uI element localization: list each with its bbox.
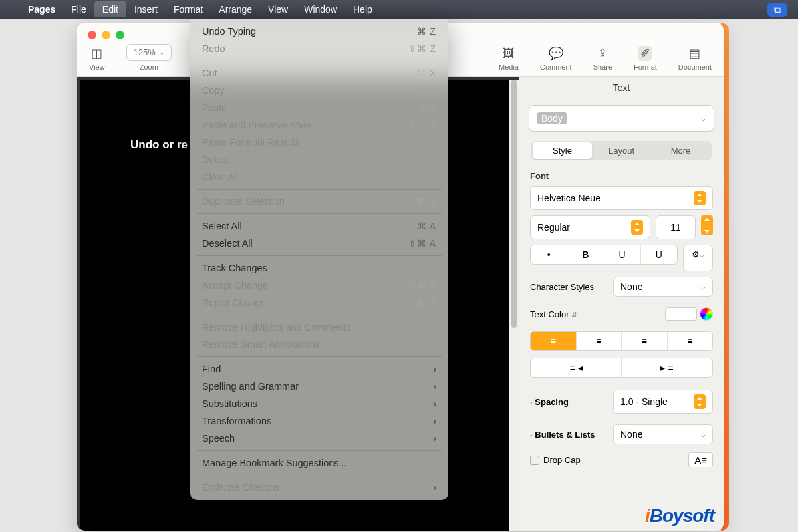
submenu-arrow-icon: › [433, 364, 436, 374]
underline-button[interactable]: U [604, 245, 641, 264]
tool-document[interactable]: ▤Document [678, 46, 712, 71]
tab-more[interactable]: More [651, 142, 710, 159]
menu-edit[interactable]: Edit [94, 1, 126, 17]
screen-share-icon[interactable]: ⧉ [767, 3, 787, 17]
menu-item-select-all[interactable]: Select All⌘ A [190, 217, 448, 235]
color-box[interactable] [665, 307, 697, 321]
menu-item-manage-bookmark-suggestions[interactable]: Manage Bookmark Suggestions... [190, 454, 448, 471]
bullets-label[interactable]: › Bullets & Lists [530, 430, 595, 440]
tab-style[interactable]: Style [533, 142, 592, 159]
tool-format[interactable]: ✐Format [634, 46, 657, 71]
tab-layout[interactable]: Layout [592, 142, 651, 159]
outdent-button[interactable]: ≡ ◂ [531, 358, 622, 377]
gear-icon: ⚙ [692, 249, 700, 259]
font-family-field[interactable]: Helvetica Neue [530, 186, 713, 210]
font-size-field[interactable]: 11 [656, 215, 696, 239]
menu-separator [197, 61, 442, 61]
menu-item-clear-all: Clear All [190, 168, 448, 186]
menu-item-track-changes[interactable]: Track Changes [190, 259, 448, 277]
menu-separator [197, 356, 442, 357]
scrollbar[interactable] [509, 80, 519, 531]
sidebar-icon: ◫ [90, 46, 104, 61]
alignment-strip: ≡ ≡ ≡ ≡ [530, 331, 713, 351]
stepper-icon[interactable] [694, 394, 706, 409]
document-text: Undo or re [130, 138, 188, 151]
font-style-field[interactable]: Regular [530, 215, 650, 239]
menu-item-spelling-and-grammar[interactable]: Spelling and Grammar› [190, 378, 448, 395]
menu-format[interactable]: Format [166, 1, 211, 17]
align-right-button[interactable]: ≡ [622, 332, 668, 350]
menu-window[interactable]: Window [296, 1, 345, 17]
menu-view[interactable]: View [260, 1, 296, 17]
text-color-swatch[interactable] [665, 307, 713, 321]
brush-icon: ✐ [638, 46, 652, 61]
menu-item-speech[interactable]: Speech› [190, 430, 448, 447]
scrollbar-thumb[interactable] [511, 80, 517, 328]
paragraph-style-selector[interactable]: Body ⌵ [529, 105, 714, 132]
chevron-down-icon: ⌵ [701, 430, 706, 439]
bold-button[interactable]: B [567, 245, 604, 264]
menu-separator [197, 450, 442, 451]
align-center-button[interactable]: ≡ [577, 332, 622, 350]
menu-insert[interactable]: Insert [126, 1, 166, 17]
menu-separator [197, 255, 442, 256]
menu-item-deselect-all[interactable]: Deselect All⇧⌘ A [190, 235, 448, 252]
menu-item-paste: Paste⌘ V [190, 99, 448, 116]
dropcap-checkbox[interactable] [530, 456, 539, 465]
submenu-arrow-icon: › [433, 416, 436, 426]
submenu-arrow-icon: › [433, 381, 436, 392]
stepper-icon[interactable] [694, 191, 706, 205]
zoom-dropdown[interactable]: 125%⌵ [126, 44, 172, 61]
comment-icon: 💬 [549, 46, 563, 61]
menu-arrange[interactable]: Arrange [211, 1, 260, 17]
fullscreen-button[interactable] [116, 31, 124, 39]
tool-zoom[interactable]: 125%⌵ Zoom [126, 44, 172, 71]
spacing-field[interactable]: 1.0 - Single [613, 390, 713, 414]
dropcap-preview[interactable]: A≡ [688, 452, 713, 467]
menu-item-undo-typing[interactable]: Undo Typing⌘ Z [190, 23, 448, 40]
menu-item-duplicate-selection: Duplicate Selection⌘ D [190, 193, 448, 210]
menu-item-copy: Copy⌘ C [190, 82, 448, 99]
menu-item-accept-change: Accept Change⌥⌘ A [190, 277, 448, 294]
submenu-arrow-icon: › [433, 433, 436, 444]
menu-item-cut: Cut⌘ X [190, 65, 448, 82]
font-size-stepper[interactable] [701, 215, 713, 235]
advanced-font-button[interactable]: ⚙⌵ [683, 245, 713, 271]
text-color-label[interactable]: Text Color ⇵ [530, 309, 577, 319]
app-name[interactable]: Pages [20, 1, 63, 17]
minimize-button[interactable] [102, 31, 110, 39]
char-styles-field[interactable]: None⌵ [613, 277, 713, 297]
menu-separator [197, 213, 442, 214]
menu-item-delete: Delete [190, 151, 448, 168]
edit-dropdown-menu: Undo Typing⌘ ZRedo⇧⌘ ZCut⌘ XCopy⌘ CPaste… [190, 19, 448, 500]
menu-item-reject-change: Reject Change⌥⌘ R [190, 294, 448, 311]
spacing-label[interactable]: › Spacing [530, 397, 569, 407]
close-button[interactable] [88, 31, 96, 39]
chevron-down-icon: ⌵ [701, 283, 706, 291]
menu-item-endnote-citations: EndNote Citations› [190, 479, 448, 496]
menu-item-transformations[interactable]: Transformations› [190, 412, 448, 430]
menu-file[interactable]: File [63, 1, 94, 17]
underline2-button[interactable]: U [641, 245, 677, 264]
indent-button[interactable]: ▸ ≡ [622, 358, 712, 377]
tool-comment[interactable]: 💬Comment [540, 46, 572, 71]
color-wheel-icon[interactable] [700, 307, 713, 321]
bullets-field[interactable]: None⌵ [613, 424, 713, 444]
list-bullet-button[interactable]: • [531, 245, 567, 264]
menu-help[interactable]: Help [345, 1, 380, 17]
menu-item-substitutions[interactable]: Substitutions› [190, 395, 448, 412]
menu-separator [197, 315, 442, 315]
tool-media[interactable]: 🖼Media [499, 46, 519, 71]
chevron-down-icon: ⌵ [701, 114, 706, 123]
align-justify-button[interactable]: ≡ [668, 332, 713, 350]
tool-view[interactable]: ◫ View [89, 46, 105, 71]
dropcap-option[interactable]: Drop Cap [530, 455, 581, 466]
font-label: Font [530, 171, 713, 181]
stepper-icon[interactable] [631, 220, 643, 235]
menu-item-paste-formula-results: Paste Formula Results [190, 134, 448, 151]
indent-strip: ≡ ◂ ▸ ≡ [530, 358, 713, 378]
tool-share[interactable]: ⇪Share [593, 46, 612, 71]
align-left-button[interactable]: ≡ [531, 332, 577, 350]
menu-item-find[interactable]: Find› [190, 360, 448, 378]
watermark-logo: iBoysoft [645, 505, 714, 527]
